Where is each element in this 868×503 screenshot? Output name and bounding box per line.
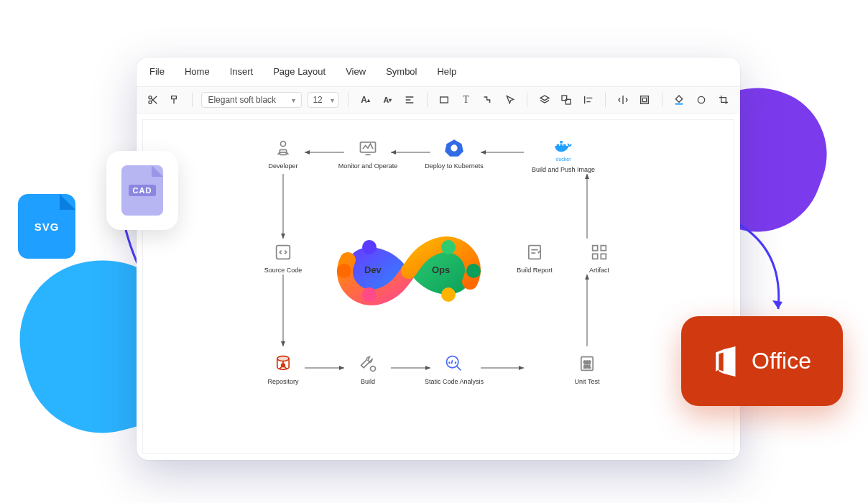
node-artifact[interactable]: Artifact [560, 242, 639, 274]
svg-point-25 [281, 142, 286, 147]
font-select[interactable]: Elegant soft black▾ [201, 92, 302, 108]
crop-icon[interactable] [715, 91, 731, 109]
ops-label: Ops [432, 264, 450, 275]
svg-point-20 [337, 264, 351, 278]
report-icon [525, 242, 545, 262]
svg-point-24 [441, 287, 456, 302]
svg-rect-33 [560, 141, 563, 144]
node-unit-test[interactable]: 010101 Unit Test [548, 354, 627, 385]
dev-label: Dev [364, 264, 382, 275]
developer-icon [273, 138, 293, 158]
menubar: File Home Insert Page Layout View Symbol… [137, 57, 740, 86]
diagram-canvas[interactable]: Dev Ops Developer Monitor and Operate De… [142, 119, 734, 454]
svg-point-40 [277, 356, 289, 361]
svg-rect-5 [641, 96, 649, 104]
artifact-icon [589, 242, 609, 262]
fill-color-icon[interactable] [671, 91, 688, 109]
build-icon [358, 354, 378, 374]
rectangle-icon[interactable] [435, 91, 452, 109]
chevron-down-icon: ▾ [331, 96, 334, 104]
font-size-select[interactable]: 12▾ [308, 92, 339, 108]
office-badge: Office [681, 316, 843, 406]
monitor-icon [358, 138, 378, 158]
menu-help[interactable]: Help [437, 66, 456, 77]
office-label: Office [752, 348, 811, 374]
svg-point-21 [362, 287, 377, 302]
node-build[interactable]: Build [328, 354, 407, 385]
node-monitor[interactable]: Monitor and Operate [328, 138, 407, 170]
svg-rect-37 [601, 246, 606, 251]
format-painter-icon[interactable] [167, 91, 184, 109]
unit-test-icon: 010101 [577, 354, 597, 374]
svg-rect-36 [593, 246, 598, 251]
frame-icon[interactable] [637, 91, 653, 109]
align-objects-icon[interactable] [581, 91, 597, 109]
analysis-icon [444, 354, 464, 374]
menu-file[interactable]: File [149, 66, 165, 77]
svg-rect-6 [643, 98, 647, 101]
svg-point-1 [149, 101, 152, 103]
kubernetes-icon [444, 138, 464, 158]
cad-badge-label: CAD [129, 185, 157, 196]
svg-badge-label: SVG [34, 221, 60, 233]
svg-point-41 [282, 364, 285, 367]
repository-icon [273, 354, 293, 374]
align-icon[interactable] [402, 91, 418, 109]
svg-point-29 [451, 144, 457, 151]
cut-icon[interactable] [145, 91, 162, 109]
pointer-icon[interactable] [502, 91, 519, 109]
svg-point-8 [698, 96, 704, 103]
layers-icon[interactable] [536, 91, 553, 109]
toolbar: Elegant soft black▾ 12▾ A▴ A▾ T [137, 86, 740, 114]
node-repository[interactable]: Repository [244, 354, 323, 385]
source-code-icon [273, 242, 293, 262]
devops-infinity-icon: Dev Ops [330, 231, 488, 310]
svg-text:101: 101 [583, 364, 591, 369]
svg-point-42 [371, 366, 376, 372]
svg-file-badge: SVG [18, 194, 75, 259]
node-source-code[interactable]: Source Code [244, 242, 323, 274]
text-icon[interactable]: T [458, 91, 474, 109]
svg-point-23 [466, 264, 481, 278]
node-developer[interactable]: Developer [244, 138, 323, 170]
menu-view[interactable]: View [346, 66, 366, 77]
group-icon[interactable] [558, 91, 575, 109]
node-deploy[interactable]: Deploy to Kubernets [415, 138, 494, 170]
svg-rect-2 [440, 97, 448, 103]
svg-rect-34 [277, 246, 290, 259]
svg-rect-7 [675, 103, 683, 105]
menu-page-layout[interactable]: Page Layout [273, 66, 326, 77]
svg-rect-38 [593, 254, 598, 259]
connector-icon[interactable] [480, 91, 497, 109]
decrease-font-icon[interactable]: A▾ [379, 91, 396, 109]
office-icon [713, 346, 743, 377]
chevron-down-icon: ▾ [292, 96, 295, 104]
menu-insert[interactable]: Insert [230, 66, 254, 77]
svg-point-0 [149, 96, 152, 99]
app-window: File Home Insert Page Layout View Symbol… [137, 57, 740, 460]
shape-circle-icon[interactable] [693, 91, 710, 109]
increase-font-icon[interactable]: A▴ [357, 91, 374, 109]
svg-rect-39 [601, 254, 606, 259]
svg-point-22 [441, 240, 456, 254]
flip-icon[interactable] [614, 91, 631, 109]
docker-icon [553, 136, 573, 156]
node-build-push[interactable]: docker Build and Push Image [524, 136, 603, 173]
cad-file-badge: CAD [106, 151, 178, 230]
svg-point-19 [362, 240, 377, 254]
node-sca[interactable]: Static Code Analysis [415, 354, 494, 385]
menu-symbol[interactable]: Symbol [386, 66, 417, 77]
menu-home[interactable]: Home [185, 66, 210, 77]
